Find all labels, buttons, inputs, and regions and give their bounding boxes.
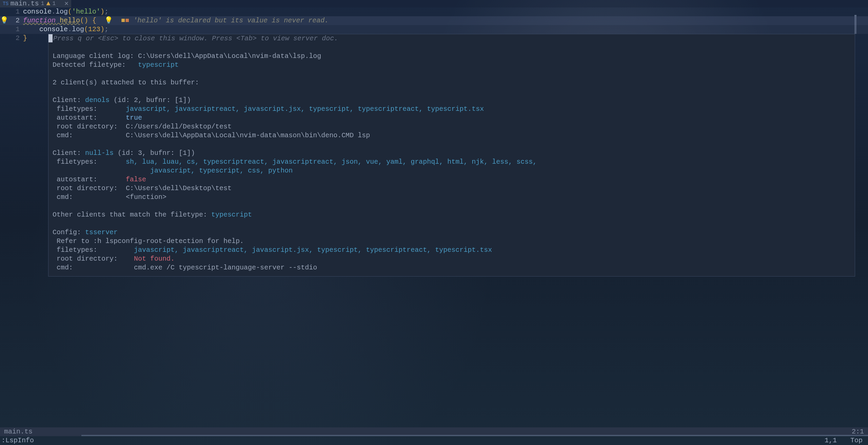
detected-filetype-label: Detected filetype: [53,61,138,69]
code-line[interactable]: 1 console.log(123); [0,25,868,34]
client-meta: (id: 3, bufnr: [1]) [114,149,195,157]
rootdir-value: C:/Users/dell/Desktop/test [126,123,232,130]
filetypes-value: javascript, javascriptreact, javascript.… [134,246,492,254]
rootdir-label: root directory: [53,184,126,192]
filetypes-value: sh, lua, luau, cs, typescriptreact, java… [126,158,537,166]
other-clients-label: Other clients that match the filetype: [53,211,211,219]
code-content: function hello() { 💡 ■■ 'hello' is decla… [23,16,868,25]
diagnostic-message: 'hello' is declared but its value is nev… [133,17,329,24]
rootdir-notfound: Not found. [134,255,175,263]
tab-diag-count: 1 [41,0,44,7]
filetypes-label: filetypes: [53,246,134,254]
detected-filetype: typescript [138,61,179,69]
lspinfo-window[interactable]: Press q or <Esc> to close this window. P… [48,34,855,277]
client-label: Client: [53,149,85,157]
code-content: console.log('hello'); [23,7,868,16]
other-clients-type: typescript [211,211,252,219]
tab-filename: main.ts [11,0,39,8]
code-line[interactable]: 1 console.log('hello'); [0,7,868,16]
client-name: null-ls [85,149,114,157]
client-label: Client: [53,96,85,104]
filetypes-value: javascript, javascriptreact, javascript.… [126,105,484,113]
line-number: 2 [6,16,23,25]
typescript-icon: TS [3,1,8,7]
close-icon[interactable]: ✕ [58,0,68,8]
config-label: Config: [53,228,85,236]
line-number: 2 [6,34,23,43]
cmd-value: C:\Users\dell\AppData\Local\nvim-data\ma… [126,132,370,139]
cmd-label: cmd: [53,193,126,201]
autostart-value: true [126,114,142,122]
code-editor[interactable]: 1 console.log('hello'); 💡 2 function hel… [0,7,868,43]
tab-bar: TS main.ts 1 ▲ 1 ✕ [0,0,868,7]
status-filename: main.ts [4,427,33,436]
autostart-value: false [126,176,146,183]
warning-icon: ▲ [46,0,50,8]
rootdir-label: root directory: [53,123,126,130]
tab-main-ts[interactable]: TS main.ts 1 ▲ 1 ✕ [0,0,71,7]
code-line[interactable]: 💡 2 function hello() { 💡 ■■ 'hello' is d… [0,16,868,25]
filetypes-label: filetypes: [53,105,126,113]
clients-attached: 2 client(s) attached to this buffer: [53,79,199,86]
autostart-label: autostart: [53,176,126,183]
lspinfo-hint: Press q or <Esc> to close this window. P… [53,35,338,42]
client-name: denols [85,96,110,104]
config-refer: Refer to :h lspconfig-root-detection for… [53,237,244,245]
filetypes-value-cont: javascript, typescript, css, python [150,167,293,175]
scroll-position: Top [850,436,863,445]
cmd-label: cmd: [53,264,134,271]
status-line: main.ts 2:1 [0,427,868,436]
client-meta: (id: 2, bufnr: [1]) [110,96,191,104]
line-number: 1 [6,25,23,34]
code-content: console.log(123); [23,25,868,34]
cursor-position: 1,1 [825,436,837,445]
code-line[interactable]: 2 } Press q or <Esc> to close this windo… [0,34,868,43]
hint-icon: 💡 [104,17,113,24]
command-text: :LspInfo [1,436,34,445]
lspinfo-log-path: Language client log: C:\Users\dell\AppDa… [53,52,321,60]
line-number: 1 [6,7,23,16]
autostart-label: autostart: [53,114,126,122]
rootdir-label: root directory: [53,255,134,263]
rootdir-value: C:\Users\dell\Desktop\test [126,184,232,192]
filetypes-label: filetypes: [53,158,126,166]
tab-warn-count: 1 [52,0,56,7]
config-name: tsserver [85,228,118,236]
lightbulb-icon[interactable]: 💡 [0,16,6,25]
cmd-value: cmd.exe /C typescript-language-server --… [134,264,317,271]
cursor [48,34,53,42]
cmd-value: <function> [126,193,166,201]
command-line[interactable]: :LspInfo 1,1 Top [0,436,868,445]
cmd-label: cmd: [53,132,126,139]
